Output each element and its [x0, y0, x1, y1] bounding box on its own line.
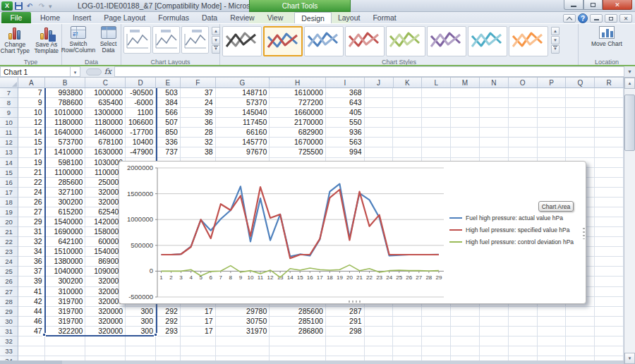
cell-G7[interactable]: 148710: [216, 88, 270, 98]
row-header-14[interactable]: 14: [0, 158, 18, 168]
cell-R8[interactable]: [595, 98, 624, 108]
cell-B10[interactable]: 1180000: [45, 118, 86, 128]
styles-scroll-up[interactable]: ▲: [551, 27, 560, 35]
cell-I11[interactable]: 936: [326, 128, 365, 138]
cell-K30[interactable]: [393, 317, 422, 327]
cell-C29[interactable]: 320000: [85, 307, 126, 317]
cell-B32[interactable]: [45, 336, 86, 346]
cell-A32[interactable]: [18, 336, 45, 346]
cell-R11[interactable]: [595, 128, 624, 138]
row-header-7[interactable]: 7: [0, 88, 18, 98]
cell-D13[interactable]: -47900: [126, 147, 156, 157]
help-icon[interactable]: ?: [578, 13, 588, 23]
cell-B13[interactable]: 1410000: [45, 147, 86, 157]
cell-A27[interactable]: 41: [18, 287, 45, 297]
cell-F13[interactable]: 38: [181, 147, 216, 157]
cell-H33[interactable]: [270, 346, 326, 356]
tab-data[interactable]: Data: [195, 12, 224, 23]
cell-O31[interactable]: [509, 327, 538, 336]
row-header-25[interactable]: 25: [0, 267, 18, 277]
cell-Q31[interactable]: [566, 327, 595, 336]
cell-A9[interactable]: 10: [18, 108, 45, 118]
cell-Q29[interactable]: [566, 307, 595, 317]
tab-file[interactable]: File: [1, 12, 31, 23]
cell-I33[interactable]: [326, 346, 365, 356]
cell-Q8[interactable]: [566, 98, 595, 108]
column-header-D[interactable]: D: [126, 78, 156, 88]
move-chart-button[interactable]: Move Chart: [591, 25, 623, 47]
cell-R28[interactable]: [595, 297, 624, 307]
column-header-A[interactable]: A: [18, 78, 45, 88]
cell-B18[interactable]: 300200: [45, 198, 86, 207]
chart-style-thumbnail-1[interactable]: [222, 26, 262, 56]
cell-H10[interactable]: 2170000: [270, 118, 326, 128]
cell-R33[interactable]: [595, 346, 624, 356]
cell-K10[interactable]: [393, 118, 422, 128]
cell-R15[interactable]: [595, 168, 624, 178]
cell-Q11[interactable]: [566, 128, 595, 138]
cell-D29[interactable]: 300: [126, 307, 156, 317]
column-header-I[interactable]: I: [326, 78, 365, 88]
column-header-G[interactable]: G: [216, 78, 270, 88]
row-header-31[interactable]: 31: [0, 327, 18, 336]
cell-O29[interactable]: [509, 307, 538, 317]
row-header-10[interactable]: 10: [0, 118, 18, 128]
cell-Q13[interactable]: [566, 147, 595, 157]
cell-I29[interactable]: 287: [326, 307, 365, 317]
data-range-border[interactable]: [44, 88, 46, 336]
cell-R31[interactable]: [595, 327, 624, 336]
cell-G33[interactable]: [216, 346, 270, 356]
cell-J11[interactable]: [365, 128, 394, 138]
cell-C33[interactable]: [85, 346, 126, 356]
column-header-J[interactable]: J: [365, 78, 394, 88]
legend-item[interactable]: High fuel pressure: specified value hPa: [449, 226, 569, 233]
chart-object[interactable]: 2000000150000010000005000000-50000012345…: [119, 161, 586, 304]
cell-B27[interactable]: 310000: [45, 287, 86, 297]
cell-E12[interactable]: 336: [156, 138, 181, 147]
chart-style-thumbnail-3[interactable]: [304, 26, 344, 56]
cell-O11[interactable]: [509, 128, 538, 138]
row-header-17[interactable]: 17: [0, 188, 18, 198]
cell-G32[interactable]: [216, 336, 270, 346]
chart-style-thumbnail-4[interactable]: [345, 26, 385, 56]
cell-A31[interactable]: 47: [18, 327, 45, 336]
scroll-down-arrow[interactable]: ▼: [624, 353, 635, 364]
cell-A30[interactable]: 46: [18, 317, 45, 327]
change-chart-type-button[interactable]: Change Chart Type: [0, 25, 30, 54]
row-header-8[interactable]: 8: [0, 98, 18, 108]
cell-B30[interactable]: 319700: [45, 317, 86, 327]
cell-N9[interactable]: [480, 108, 509, 118]
cell-K11[interactable]: [393, 128, 422, 138]
cell-D9[interactable]: 1100: [126, 108, 156, 118]
cell-L8[interactable]: [422, 98, 451, 108]
workbook-restore-button[interactable]: [605, 14, 617, 23]
cell-C10[interactable]: 1180000: [85, 118, 126, 128]
excel-logo-icon[interactable]: X: [1, 1, 13, 11]
chart-layout-thumbnail-2[interactable]: [152, 26, 180, 54]
cell-M31[interactable]: [451, 327, 480, 336]
cell-B9[interactable]: 1010000: [45, 108, 86, 118]
cell-A11[interactable]: 14: [18, 128, 45, 138]
column-header-O[interactable]: O: [509, 78, 538, 88]
cell-N7[interactable]: [480, 88, 509, 98]
cell-M12[interactable]: [451, 138, 480, 147]
cell-C13[interactable]: 1630000: [85, 147, 126, 157]
cell-M13[interactable]: [451, 147, 480, 157]
cell-R29[interactable]: [595, 307, 624, 317]
cell-B28[interactable]: 319700: [45, 297, 86, 307]
row-header-15[interactable]: 15: [0, 168, 18, 178]
cell-J7[interactable]: [365, 88, 394, 98]
cell-P30[interactable]: [538, 317, 567, 327]
cell-R20[interactable]: [595, 217, 624, 227]
tab-page-layout[interactable]: Page Layout: [97, 12, 152, 23]
cell-M32[interactable]: [451, 336, 480, 346]
cell-I12[interactable]: 563: [326, 138, 365, 147]
cell-E32[interactable]: [156, 336, 181, 346]
cell-F11[interactable]: 28: [181, 128, 216, 138]
cell-B24[interactable]: 1380000: [45, 257, 86, 267]
cell-D30[interactable]: 300: [126, 317, 156, 327]
chart-style-thumbnail-6[interactable]: [427, 26, 466, 56]
cell-N8[interactable]: [480, 98, 509, 108]
cell-R30[interactable]: [595, 317, 624, 327]
styles-more-button[interactable]: ▼: [551, 45, 560, 54]
